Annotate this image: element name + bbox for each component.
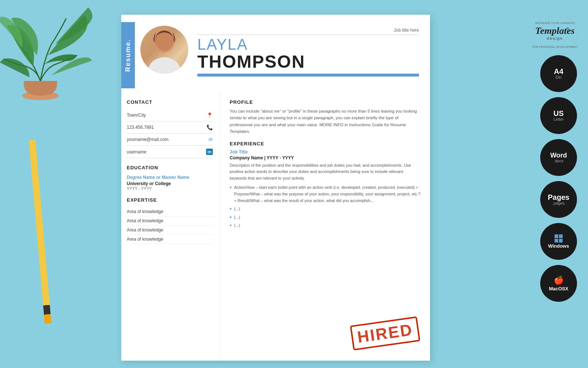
left-sidebar: CONTACT Town/City 📍 123.456.7891 📞 yourn… [121,92,220,361]
windows-icon [555,234,563,243]
name-area: Job title here LAYLA THOMPSON [197,22,419,77]
name-underline [197,74,419,77]
expertise-item-2: Area of knowledge [127,216,213,226]
contact-phone-label: 123.456.7891 [127,125,154,130]
badge-word[interactable]: Word .docx [540,139,577,176]
expertise-item-3: Area of knowledge [127,226,213,235]
experience-section-title: EXPERIENCE [230,141,421,146]
location-icon: 📍 [207,112,213,118]
svg-text:design: design [547,36,563,40]
badge-word-sub: .docx [554,159,563,163]
badge-a4-sub: Din [556,75,562,79]
exp-company: Company Name | YYYY - YYYY [230,155,421,160]
hired-stamp-container: HIRED [350,316,420,351]
expertise-item-4: Area of knowledge [127,235,213,244]
education-section-title: EDUCATION [127,165,213,170]
contact-section-title: CONTACT [127,99,213,105]
contact-linkedin-label: username [127,149,146,155]
linkedin-icon: in [206,149,213,155]
badge-windows[interactable]: Windows [540,223,577,260]
plant-decoration [0,0,118,103]
contact-email: yourname@mail.com ✉ [127,134,213,146]
resume-label: Resume. [121,22,135,88]
exp-job-title: Job Title [230,149,421,155]
badge-a4-main: A4 [554,68,563,75]
contact-city-label: Town/City [127,113,146,118]
last-name: THOMPSON [197,52,419,72]
badge-pages-sub: .pages [552,201,564,205]
contact-city: Town/City 📍 [127,109,213,121]
phone-icon: 📞 [207,124,213,130]
resume-body: CONTACT Town/City 📍 123.456.7891 📞 yourn… [121,92,430,361]
badge-us[interactable]: US Letter [540,97,577,134]
exp-bullet-2: (...) [230,206,421,212]
badge-windows-main: Windows [548,244,569,248]
right-content: PROFILE You can include "about me" or "p… [220,92,430,361]
edu-school: University or College [127,181,213,186]
profile-section-title: PROFILE [230,99,421,105]
apple-icon: 🍎 [554,276,564,285]
templates-logo: INCREASE YOUR CHANCES FOR PERSONAL DEVEL… [531,11,579,59]
badge-us-sub: Letter [553,117,564,121]
edu-degree: Degree Name or Master Name [127,175,213,180]
edu-years: YYYY - YYYY [127,186,213,191]
resume-card: Resume. Job title here [121,15,430,361]
exp-description: Description of the position and the resp… [230,162,421,182]
badge-us-main: US [553,110,564,117]
svg-text:®: ® [566,27,569,31]
contact-email-label: yourname@mail.com [127,137,169,142]
badge-mac-main: MacOSX [549,286,569,291]
contact-phone: 123.456.7891 📞 [127,121,213,134]
exp-bullet-3: (...) [230,214,421,221]
svg-text:INCREASE YOUR CHANCES: INCREASE YOUR CHANCES [535,21,574,25]
profile-text: You can include "about me" or "profile" … [230,108,421,135]
expertise-item-1: Area of knowledge [127,207,213,216]
job-title-top: Job title here [197,28,419,35]
badge-pages[interactable]: Pages .pages [540,181,577,218]
profile-photo [140,26,188,74]
email-icon: ✉ [208,137,213,142]
photo-placeholder [140,26,188,74]
badge-a4[interactable]: A4 Din [540,55,577,92]
badge-word-main: Word [550,152,567,159]
badge-pages-main: Pages [548,194,570,201]
svg-text:FOR PERSONAL DEVELOPMENT: FOR PERSONAL DEVELOPMENT [532,45,578,49]
badges-area: A4 Din US Letter Word .docx Pages .pages… [540,55,577,302]
resume-header: Resume. Job title here [121,15,430,92]
exp-bullet-4: (...) [230,222,421,229]
contact-linkedin: username in [127,146,213,158]
hired-stamp-text: HIRED [356,321,414,346]
badge-mac[interactable]: 🍎 MacOSX [540,265,577,302]
first-name: LAYLA [197,37,419,52]
expertise-section-title: EXPERTISE [127,197,213,203]
exp-bullet-1: Action/How – start each bullet point wit… [230,184,421,204]
